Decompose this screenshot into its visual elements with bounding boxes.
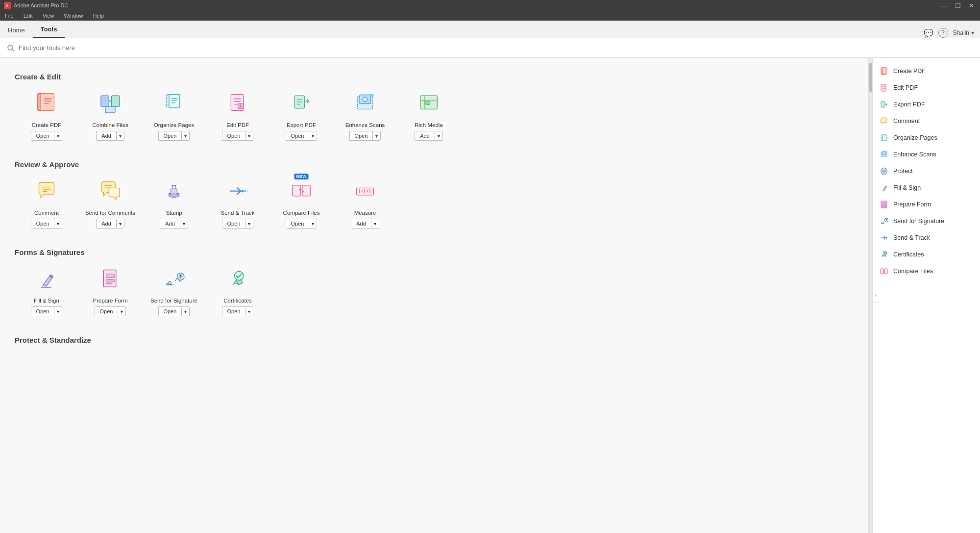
combine-files-add-button[interactable]: Add (96, 131, 116, 141)
tool-buttons-organize-pages: Open ▾ (158, 131, 190, 141)
measure-add-button[interactable]: Add (351, 219, 371, 228)
sidebar-item-enhance-scans[interactable]: Enhance Scans (873, 146, 980, 163)
fill-sign-open-button[interactable]: Open (31, 306, 54, 316)
svg-point-30 (363, 97, 367, 102)
edit-pdf-open-button[interactable]: Open (222, 131, 245, 141)
send-for-signature-open-button[interactable]: Open (158, 306, 182, 316)
minimize-button[interactable]: — (939, 2, 949, 9)
scrollbar-track[interactable] (868, 58, 872, 533)
sidebar-item-prepare-form[interactable]: Prepare Form (873, 196, 980, 213)
combine-files-dropdown-button[interactable]: ▾ (116, 131, 124, 141)
svg-point-84 (883, 251, 887, 255)
tool-buttons-send-for-signature: Open ▾ (158, 306, 190, 316)
send-track-sidebar-icon (880, 233, 888, 242)
fill-sign-dropdown-button[interactable]: ▾ (54, 306, 62, 316)
send-track-dropdown-button[interactable]: ▾ (245, 219, 253, 228)
sidebar-label-organize-pages: Organize Pages (893, 134, 937, 141)
create-pdf-open-button[interactable]: Open (31, 131, 54, 141)
sidebar-item-send-for-signature[interactable]: Send for Signature (873, 213, 980, 229)
tool-card-combine-files: Combine Files Add ▾ (78, 90, 142, 141)
close-button[interactable]: ✕ (967, 2, 976, 9)
tool-name-enhance-scans: Enhance Scans (345, 122, 385, 128)
tool-name-edit-pdf: Edit PDF (226, 122, 249, 128)
menu-window[interactable]: Window (62, 12, 85, 20)
sidebar-collapse-button[interactable]: ‹ (872, 289, 879, 303)
main-layout: Create & Edit Create PDF (0, 58, 980, 533)
nav-right: 💬 ? Shalin ▾ (924, 28, 980, 38)
user-menu[interactable]: Shalin ▾ (953, 29, 974, 36)
sidebar-label-protect: Protect (893, 168, 913, 175)
compare-files-dropdown-button[interactable]: ▾ (309, 219, 317, 228)
svg-text:A: A (5, 3, 9, 8)
comment-open-button[interactable]: Open (31, 219, 54, 228)
sidebar-item-fill-sign[interactable]: Fill & Sign (873, 179, 980, 196)
sidebar-item-protect[interactable]: Protect (873, 163, 980, 179)
tab-home[interactable]: Home (0, 23, 33, 38)
prepare-form-sidebar-icon (880, 200, 888, 209)
sidebar-item-certificates[interactable]: Certificates (873, 246, 980, 263)
main-wrapper: Create & Edit Create PDF (0, 58, 980, 533)
enhance-scans-open-button[interactable]: Open (349, 131, 373, 141)
tool-name-combine-files: Combine Files (92, 122, 128, 128)
stamp-add-button[interactable]: Add (160, 219, 180, 228)
maximize-button[interactable]: ❐ (953, 2, 963, 9)
prepare-form-open-button[interactable]: Open (95, 306, 118, 316)
rich-media-add-button[interactable]: Add (415, 131, 435, 141)
svg-rect-11 (105, 106, 115, 113)
stamp-icon (159, 178, 189, 207)
edit-pdf-icon (223, 90, 252, 119)
menu-view[interactable]: View (41, 12, 56, 20)
stamp-dropdown-button[interactable]: ▾ (180, 219, 188, 228)
organize-pages-open-button[interactable]: Open (158, 131, 182, 141)
send-track-open-button[interactable]: Open (222, 219, 245, 228)
window-controls[interactable]: — ❐ ✕ (939, 2, 976, 9)
menu-help[interactable]: Help (91, 12, 106, 20)
tab-tools[interactable]: Tools (33, 22, 65, 38)
sidebar-item-edit-pdf[interactable]: Edit PDF (873, 79, 980, 96)
menu-bar: File Edit View Window Help (0, 11, 980, 21)
export-pdf-dropdown-button[interactable]: ▾ (309, 131, 317, 141)
tool-name-send-for-comments: Send for Comments (85, 210, 135, 216)
sidebar-item-create-pdf[interactable]: Create PDF (873, 63, 980, 79)
scrollbar-thumb[interactable] (869, 63, 872, 92)
menu-edit[interactable]: Edit (22, 12, 35, 20)
search-input[interactable] (19, 44, 973, 51)
sidebar-item-send-track[interactable]: Send & Track (873, 229, 980, 246)
tool-name-export-pdf: Export PDF (287, 122, 316, 128)
send-for-signature-dropdown-button[interactable]: ▾ (181, 306, 190, 316)
sidebar-item-organize-pages[interactable]: Organize Pages (873, 129, 980, 146)
tool-card-compare-files: NEW Compare Files Open (270, 178, 333, 228)
certificates-dropdown-button[interactable]: ▾ (245, 306, 253, 316)
tool-buttons-compare-files: Open ▾ (286, 219, 318, 228)
rich-media-dropdown-button[interactable]: ▾ (435, 131, 443, 141)
sidebar-item-comment[interactable]: Comment (873, 113, 980, 129)
send-for-comments-icon (96, 178, 125, 207)
certificates-open-button[interactable]: Open (222, 306, 245, 316)
edit-pdf-dropdown-button[interactable]: ▾ (245, 131, 253, 141)
measure-dropdown-button[interactable]: ▾ (371, 219, 379, 228)
send-for-comments-add-button[interactable]: Add (96, 219, 116, 228)
help-icon[interactable]: ? (938, 28, 948, 38)
enhance-scans-dropdown-button[interactable]: ▾ (372, 131, 381, 141)
send-for-signature-icon (159, 265, 189, 295)
chat-icon[interactable]: 💬 (924, 28, 933, 38)
search-icon (7, 44, 15, 52)
sidebar-item-export-pdf[interactable]: Export PDF (873, 96, 980, 113)
send-for-comments-dropdown-button[interactable]: ▾ (116, 219, 124, 228)
prepare-form-dropdown-button[interactable]: ▾ (118, 306, 126, 316)
section-title-create-edit: Create & Edit (15, 73, 854, 81)
section-title-review-approve: Review & Approve (15, 160, 854, 169)
tool-name-send-track: Send & Track (220, 210, 254, 216)
sidebar-item-compare-files[interactable]: Compare Files (873, 263, 980, 279)
compare-files-open-button[interactable]: Open (286, 219, 309, 228)
comment-dropdown-button[interactable]: ▾ (54, 219, 62, 228)
svg-rect-10 (112, 96, 120, 106)
compare-files-icon-wrapper: NEW (287, 178, 316, 210)
menu-file[interactable]: File (3, 12, 16, 20)
svg-rect-5 (41, 94, 54, 111)
tool-name-organize-pages: Organize Pages (154, 122, 194, 128)
create-pdf-dropdown-button[interactable]: ▾ (54, 131, 62, 141)
tool-name-send-for-signature: Send for Signature (150, 298, 197, 304)
export-pdf-open-button[interactable]: Open (286, 131, 309, 141)
organize-pages-dropdown-button[interactable]: ▾ (181, 131, 190, 141)
